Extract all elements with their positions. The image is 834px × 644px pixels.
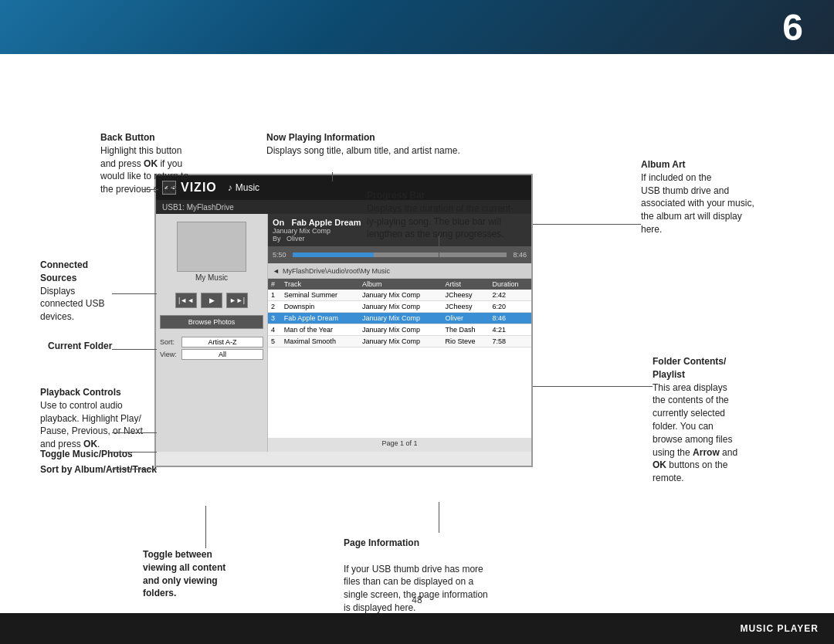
back-button-desc: Highlight this buttonand press OK if you… — [100, 145, 188, 195]
folder-contents-line — [533, 386, 653, 387]
album-art-annotation: Album Art If included on theUSB thumb dr… — [641, 158, 754, 236]
playback-controls-title: Playback Controls — [40, 387, 121, 398]
folder-contents-title: Folder Contents/Playlist — [653, 356, 726, 380]
toggle-music-label: Toggle Music/Photos — [40, 449, 133, 459]
playback-controls: |◄◄ ▶ ►►| — [175, 293, 248, 308]
cell-num: 1 — [268, 290, 281, 301]
sort-line — [112, 469, 157, 469]
path-bar: ◄ MyFlashDrive\Audio\root\My Music — [268, 263, 531, 279]
page-info-title: Page Information — [344, 537, 419, 548]
cell-album: January Mix Comp — [359, 313, 442, 324]
cell-track: Downspin — [281, 301, 359, 313]
cell-track: Maximal Smooth — [281, 336, 359, 347]
sort-label: Sort: — [160, 338, 181, 346]
cell-num: 4 — [268, 324, 281, 336]
album-art-line — [533, 224, 641, 225]
progress-line-v — [439, 236, 439, 259]
cell-album: January Mix Comp — [359, 301, 442, 313]
now-playing-anno-title: Now Playing Information — [266, 132, 375, 143]
current-folder-line — [112, 349, 157, 350]
view-value[interactable]: All — [181, 349, 263, 360]
cell-album: January Mix Comp — [359, 336, 442, 347]
page-info-annotation: Page Information If your USB thumb drive… — [344, 537, 488, 615]
cell-artist: Rio Steve — [442, 336, 490, 347]
cell-artist: JCheesy — [442, 290, 490, 301]
music-note-icon: ♪ — [228, 182, 232, 193]
album-art-desc: If included on theUSB thumb drive andass… — [641, 172, 754, 235]
page-info-desc: If your USB thumb drive has morefiles th… — [344, 564, 488, 613]
now-playing-anno-desc: Displays song title, album title, and ar… — [266, 145, 460, 156]
current-folder-annotation: Current Folder — [48, 340, 112, 353]
folder-contents-annotation: Folder Contents/Playlist This area displ… — [653, 355, 737, 485]
bottom-bar: MUSIC PLAYER — [0, 613, 834, 644]
next-button[interactable]: ►►| — [226, 293, 248, 308]
connected-sources-title: ConnectedSources — [40, 259, 88, 283]
folder-thumbnail — [177, 222, 246, 272]
progress-bar-desc: Displays the duration of the current-ly-… — [367, 203, 514, 240]
cell-track: Man of the Year — [281, 324, 359, 336]
cell-album: January Mix Comp — [359, 324, 442, 336]
np-by-label: By — [273, 235, 281, 242]
view-row: View: All — [160, 349, 263, 360]
playback-controls-desc: Use to control audioplayback. Highlight … — [40, 400, 143, 449]
table-row[interactable]: 5 Maximal Smooth January Mix Comp Rio St… — [268, 336, 531, 347]
folder-contents-desc: This area displaysthe contents of thecur… — [653, 382, 737, 484]
progress-track — [293, 253, 507, 257]
progress-bar-annotation: Progress Bar Displays the duration of th… — [367, 189, 514, 241]
table-row[interactable]: 4 Man of the Year January Mix Comp The D… — [268, 324, 531, 336]
cell-duration: 8:46 — [490, 313, 532, 324]
cell-num: 3 — [268, 313, 281, 324]
page-info-line-v — [439, 502, 439, 533]
toggle-view-line-v — [205, 506, 206, 548]
progress-bar-title: Progress Bar — [367, 190, 425, 201]
progress-fill — [293, 253, 375, 257]
current-folder-label: Current Folder — [48, 341, 112, 351]
browse-photos-button[interactable]: Browse Photos — [160, 315, 263, 329]
right-panel: On Fab Apple Dream January Mix Comp By O… — [268, 214, 531, 452]
usb-source-label: USB1: MyFlashDrive — [162, 203, 234, 212]
prev-button[interactable]: |◄◄ — [175, 293, 197, 308]
tv-body: My Music |◄◄ ▶ ►►| Browse Photos Sort: A… — [156, 214, 531, 452]
progress-bar-container: 5:50 8:46 — [268, 246, 531, 263]
cell-num: 2 — [268, 301, 281, 313]
table-row[interactable]: 1 Seminal Summer January Mix Comp JChees… — [268, 290, 531, 301]
back-button-title: Back Button — [100, 132, 155, 143]
progress-total: 8:46 — [513, 251, 527, 259]
toggle-music-annotation: Toggle Music/Photos — [40, 448, 133, 461]
connected-sources-line — [112, 293, 157, 294]
playlist-table: # Track Album Artist Duration 1 Seminal … — [268, 279, 531, 438]
sort-view-section: Sort: Artist A-Z View: All — [160, 335, 263, 361]
album-art-title: Album Art — [641, 159, 686, 170]
back-btn-line-h — [143, 189, 158, 190]
sort-annotation: Sort by Album/Artist/Track — [40, 463, 157, 476]
cell-track: Seminal Summer — [281, 290, 359, 301]
progress-current: 5:50 — [273, 251, 286, 259]
cell-duration: 4:21 — [490, 324, 532, 336]
col-track: Track — [281, 279, 359, 290]
table-row[interactable]: 2 Downspin January Mix Comp JCheesy 6:20 — [268, 301, 531, 313]
col-duration: Duration — [490, 279, 532, 290]
play-pause-button[interactable]: ▶ — [201, 293, 222, 308]
table-row[interactable]: 3 Fab Apple Dream January Mix Comp Olive… — [268, 313, 531, 324]
music-icon: ♪ Music — [225, 182, 259, 193]
top-header — [0, 0, 834, 54]
view-label: View: — [160, 351, 181, 358]
page-number: 6 — [782, 6, 803, 49]
cell-album: January Mix Comp — [359, 290, 442, 301]
connected-sources-annotation: ConnectedSources Displaysconnected USBde… — [40, 259, 104, 324]
np-artist-name: Oliver — [286, 235, 305, 242]
np-on-label: On — [273, 218, 284, 227]
play-icon: ◄ — [273, 267, 280, 275]
np-song-title: Fab Apple Dream — [291, 218, 361, 227]
col-artist: Artist — [442, 279, 490, 290]
sort-value[interactable]: Artist A-Z — [181, 337, 263, 347]
music-label: Music — [236, 182, 259, 193]
main-content: ◄◄ VIZIO ♪ Music USB1: MyFlashDrive My M… — [0, 54, 834, 613]
toggle-viewing-title: Toggle betweenviewing all contentand onl… — [143, 549, 225, 598]
page-info-bar: Page 1 of 1 — [268, 438, 531, 452]
cell-artist: The Dash — [442, 324, 490, 336]
music-player-label: MUSIC PLAYER — [740, 623, 819, 634]
now-playing-annotation: Now Playing Information Displays song ti… — [266, 131, 460, 158]
cell-duration: 2:42 — [490, 290, 532, 301]
playback-controls-annotation: Playback Controls Use to control audiopl… — [40, 386, 143, 451]
